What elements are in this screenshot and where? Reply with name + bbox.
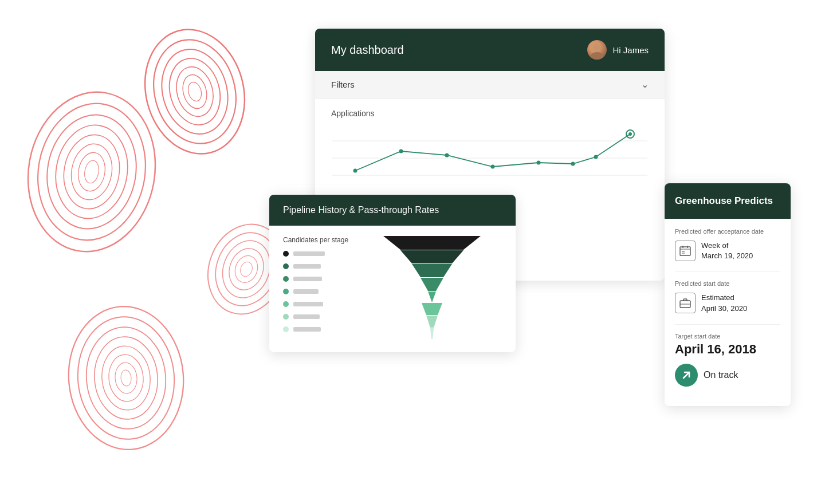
legend-bar: [293, 264, 321, 269]
start-date-section: Predicted start date Estimated April 30,…: [675, 280, 780, 313]
svg-marker-47: [428, 292, 436, 302]
calendar-icon: [675, 241, 696, 261]
list-item: [283, 326, 348, 332]
svg-point-36: [445, 153, 449, 158]
svg-point-4: [171, 62, 219, 120]
svg-point-29: [593, 44, 601, 52]
legend-bar: [293, 289, 319, 294]
svg-marker-49: [426, 316, 438, 328]
avatar: [587, 40, 607, 60]
svg-rect-51: [680, 247, 690, 255]
legend-dot-5: [283, 301, 289, 307]
on-track-text: On track: [704, 370, 738, 380]
svg-marker-45: [412, 264, 452, 277]
list-item: [283, 251, 348, 257]
applications-chart-svg: [331, 124, 649, 192]
start-date-text: Estimated April 30, 2020: [701, 293, 747, 313]
svg-marker-50: [430, 328, 434, 339]
on-track-button[interactable]: [675, 364, 698, 387]
applications-label: Applications: [331, 109, 649, 118]
list-item: [283, 276, 348, 282]
start-date-line2: April 30, 2020: [701, 304, 747, 314]
funnel-chart: [362, 236, 502, 342]
svg-point-26: [223, 243, 269, 294]
divider: [675, 324, 780, 325]
svg-point-12: [67, 141, 116, 203]
svg-point-25: [215, 234, 278, 304]
svg-point-21: [114, 361, 139, 394]
svg-marker-43: [383, 236, 481, 250]
hi-text: Hi James: [612, 45, 649, 55]
svg-point-5: [179, 72, 210, 111]
offer-date-text: Week of March 19, 2020: [701, 241, 753, 261]
svg-point-34: [353, 169, 358, 173]
pipeline-title: Pipeline History & Pass-through Rates: [283, 205, 439, 215]
start-date-line1: Estimated: [701, 293, 747, 303]
on-track-row: On track: [675, 364, 780, 387]
svg-point-11: [58, 131, 125, 214]
predicts-title: Greenhouse Predicts: [675, 195, 780, 207]
greenhouse-predicts-card: Greenhouse Predicts Predicted offer acce…: [665, 183, 791, 406]
applications-chart: [331, 124, 649, 192]
svg-point-8: [28, 95, 156, 249]
pipeline-left: Candidates per stage: [283, 236, 348, 342]
svg-point-13: [75, 151, 108, 194]
svg-marker-46: [421, 278, 443, 291]
svg-point-1: [143, 30, 247, 153]
legend-bar: [293, 251, 325, 256]
legend-bar: [293, 327, 321, 332]
arrow-up-right-icon: [680, 369, 693, 381]
svg-point-3: [162, 53, 227, 131]
target-date-label: Target start date: [675, 333, 780, 340]
svg-marker-44: [400, 250, 463, 263]
svg-point-20: [107, 353, 146, 403]
funnel-svg: [375, 236, 489, 342]
svg-point-27: [231, 253, 261, 286]
dashboard-header: My dashboard Hi James: [315, 29, 665, 71]
avatar-image: [587, 40, 607, 60]
svg-marker-48: [422, 303, 442, 315]
svg-point-42: [628, 132, 632, 136]
svg-point-15: [62, 302, 189, 454]
svg-point-37: [491, 165, 495, 169]
chevron-down-icon: ⌄: [641, 79, 649, 90]
offer-acceptance-section: Predicted offer acceptance date: [675, 228, 780, 261]
svg-point-40: [594, 155, 598, 159]
predicts-header: Greenhouse Predicts: [665, 183, 791, 219]
target-date-value: April 16, 2018: [675, 342, 780, 357]
pipeline-body: Candidates per stage: [269, 226, 516, 352]
ui-container: My dashboard Hi James Filters ⌄ Applicat…: [269, 17, 791, 487]
svg-point-38: [537, 161, 541, 165]
predicts-body: Predicted offer acceptance date: [665, 219, 791, 406]
user-info: Hi James: [587, 40, 649, 60]
svg-point-35: [399, 149, 403, 153]
svg-point-10: [49, 119, 135, 224]
svg-point-0: [131, 18, 258, 166]
offer-date-line1: Week of: [701, 241, 753, 251]
svg-point-9: [38, 108, 145, 236]
start-date-row: Estimated April 30, 2020: [675, 293, 780, 313]
svg-point-39: [571, 162, 575, 166]
briefcase-icon: [675, 293, 696, 313]
legend-bar: [293, 314, 320, 319]
divider: [675, 271, 780, 272]
target-date-section: Target start date April 16, 2018 On trac…: [675, 333, 780, 387]
svg-point-2: [152, 42, 237, 141]
svg-point-19: [99, 344, 152, 412]
dashboard-title: My dashboard: [331, 44, 404, 57]
filters-bar[interactable]: Filters ⌄: [315, 71, 665, 99]
candidates-label: Candidates per stage: [283, 236, 348, 244]
list-item: [283, 314, 348, 320]
candidates-legend: [283, 251, 348, 332]
svg-point-22: [120, 369, 132, 386]
offer-acceptance-label: Predicted offer acceptance date: [675, 228, 780, 235]
filters-label: Filters: [331, 80, 355, 89]
legend-dot-3: [283, 276, 289, 282]
offer-date-line2: March 19, 2020: [701, 251, 753, 261]
svg-point-17: [82, 324, 170, 432]
legend-dot-2: [283, 263, 289, 269]
svg-point-30: [591, 52, 603, 60]
list-item: [283, 289, 348, 294]
pipeline-card: Pipeline History & Pass-through Rates Ca…: [269, 195, 516, 352]
pipeline-header: Pipeline History & Pass-through Rates: [269, 195, 516, 226]
